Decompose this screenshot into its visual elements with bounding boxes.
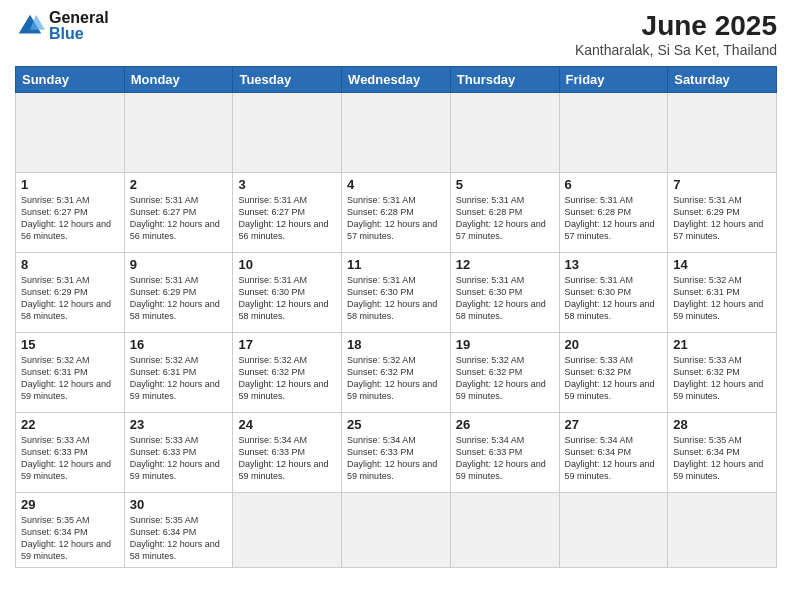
day-info: Sunrise: 5:35 AMSunset: 6:34 PMDaylight:… (21, 514, 119, 563)
day-number: 26 (456, 417, 554, 432)
table-row: 10Sunrise: 5:31 AMSunset: 6:30 PMDayligh… (233, 253, 342, 333)
day-number: 20 (565, 337, 663, 352)
day-info: Sunrise: 5:34 AMSunset: 6:33 PMDaylight:… (456, 434, 554, 483)
table-row: 20Sunrise: 5:33 AMSunset: 6:32 PMDayligh… (559, 333, 668, 413)
day-info: Sunrise: 5:31 AMSunset: 6:27 PMDaylight:… (130, 194, 228, 243)
page: General Blue June 2025 Kantharalak, Si S… (0, 0, 792, 612)
day-info: Sunrise: 5:31 AMSunset: 6:28 PMDaylight:… (565, 194, 663, 243)
calendar-body: 1Sunrise: 5:31 AMSunset: 6:27 PMDaylight… (16, 93, 777, 568)
day-info: Sunrise: 5:33 AMSunset: 6:32 PMDaylight:… (565, 354, 663, 403)
table-row: 15Sunrise: 5:32 AMSunset: 6:31 PMDayligh… (16, 333, 125, 413)
table-row: 14Sunrise: 5:32 AMSunset: 6:31 PMDayligh… (668, 253, 777, 333)
header-tuesday: Tuesday (233, 67, 342, 93)
table-row: 1Sunrise: 5:31 AMSunset: 6:27 PMDaylight… (16, 173, 125, 253)
day-number: 21 (673, 337, 771, 352)
table-row: 30Sunrise: 5:35 AMSunset: 6:34 PMDayligh… (124, 493, 233, 568)
day-number: 23 (130, 417, 228, 432)
title-section: June 2025 Kantharalak, Si Sa Ket, Thaila… (575, 10, 777, 58)
table-row: 22Sunrise: 5:33 AMSunset: 6:33 PMDayligh… (16, 413, 125, 493)
day-info: Sunrise: 5:31 AMSunset: 6:29 PMDaylight:… (673, 194, 771, 243)
day-info: Sunrise: 5:31 AMSunset: 6:29 PMDaylight:… (21, 274, 119, 323)
day-number: 6 (565, 177, 663, 192)
table-row: 4Sunrise: 5:31 AMSunset: 6:28 PMDaylight… (342, 173, 451, 253)
day-number: 17 (238, 337, 336, 352)
day-number: 3 (238, 177, 336, 192)
day-number: 8 (21, 257, 119, 272)
day-info: Sunrise: 5:34 AMSunset: 6:34 PMDaylight:… (565, 434, 663, 483)
day-number: 19 (456, 337, 554, 352)
day-info: Sunrise: 5:32 AMSunset: 6:31 PMDaylight:… (673, 274, 771, 323)
table-row: 26Sunrise: 5:34 AMSunset: 6:33 PMDayligh… (450, 413, 559, 493)
day-info: Sunrise: 5:31 AMSunset: 6:29 PMDaylight:… (130, 274, 228, 323)
day-number: 7 (673, 177, 771, 192)
table-row (668, 493, 777, 568)
day-info: Sunrise: 5:32 AMSunset: 6:32 PMDaylight:… (456, 354, 554, 403)
logo-general: General (49, 10, 109, 26)
month-title: June 2025 (575, 10, 777, 42)
table-row: 3Sunrise: 5:31 AMSunset: 6:27 PMDaylight… (233, 173, 342, 253)
header-friday: Friday (559, 67, 668, 93)
day-number: 15 (21, 337, 119, 352)
day-number: 5 (456, 177, 554, 192)
day-number: 29 (21, 497, 119, 512)
header-saturday: Saturday (668, 67, 777, 93)
table-row: 6Sunrise: 5:31 AMSunset: 6:28 PMDaylight… (559, 173, 668, 253)
table-row: 11Sunrise: 5:31 AMSunset: 6:30 PMDayligh… (342, 253, 451, 333)
table-row: 23Sunrise: 5:33 AMSunset: 6:33 PMDayligh… (124, 413, 233, 493)
table-row: 18Sunrise: 5:32 AMSunset: 6:32 PMDayligh… (342, 333, 451, 413)
day-info: Sunrise: 5:33 AMSunset: 6:33 PMDaylight:… (130, 434, 228, 483)
day-number: 24 (238, 417, 336, 432)
table-row (559, 93, 668, 173)
day-info: Sunrise: 5:31 AMSunset: 6:30 PMDaylight:… (238, 274, 336, 323)
table-row (450, 493, 559, 568)
table-row (559, 493, 668, 568)
table-row: 5Sunrise: 5:31 AMSunset: 6:28 PMDaylight… (450, 173, 559, 253)
day-info: Sunrise: 5:32 AMSunset: 6:31 PMDaylight:… (21, 354, 119, 403)
day-number: 1 (21, 177, 119, 192)
table-row (342, 493, 451, 568)
day-info: Sunrise: 5:31 AMSunset: 6:28 PMDaylight:… (347, 194, 445, 243)
header-monday: Monday (124, 67, 233, 93)
header-thursday: Thursday (450, 67, 559, 93)
table-row: 13Sunrise: 5:31 AMSunset: 6:30 PMDayligh… (559, 253, 668, 333)
table-row (450, 93, 559, 173)
header: General Blue June 2025 Kantharalak, Si S… (15, 10, 777, 58)
header-row: Sunday Monday Tuesday Wednesday Thursday… (16, 67, 777, 93)
day-number: 4 (347, 177, 445, 192)
table-row: 21Sunrise: 5:33 AMSunset: 6:32 PMDayligh… (668, 333, 777, 413)
table-row: 17Sunrise: 5:32 AMSunset: 6:32 PMDayligh… (233, 333, 342, 413)
day-info: Sunrise: 5:31 AMSunset: 6:27 PMDaylight:… (238, 194, 336, 243)
day-number: 14 (673, 257, 771, 272)
day-info: Sunrise: 5:32 AMSunset: 6:32 PMDaylight:… (238, 354, 336, 403)
table-row: 7Sunrise: 5:31 AMSunset: 6:29 PMDaylight… (668, 173, 777, 253)
table-row (124, 93, 233, 173)
table-row: 8Sunrise: 5:31 AMSunset: 6:29 PMDaylight… (16, 253, 125, 333)
table-row: 29Sunrise: 5:35 AMSunset: 6:34 PMDayligh… (16, 493, 125, 568)
day-info: Sunrise: 5:31 AMSunset: 6:30 PMDaylight:… (565, 274, 663, 323)
day-number: 10 (238, 257, 336, 272)
location: Kantharalak, Si Sa Ket, Thailand (575, 42, 777, 58)
table-row (233, 493, 342, 568)
table-row: 27Sunrise: 5:34 AMSunset: 6:34 PMDayligh… (559, 413, 668, 493)
calendar-header: Sunday Monday Tuesday Wednesday Thursday… (16, 67, 777, 93)
day-info: Sunrise: 5:33 AMSunset: 6:32 PMDaylight:… (673, 354, 771, 403)
logo-text: General Blue (49, 10, 109, 42)
day-number: 18 (347, 337, 445, 352)
day-number: 11 (347, 257, 445, 272)
day-info: Sunrise: 5:32 AMSunset: 6:31 PMDaylight:… (130, 354, 228, 403)
day-info: Sunrise: 5:31 AMSunset: 6:30 PMDaylight:… (456, 274, 554, 323)
table-row (668, 93, 777, 173)
day-info: Sunrise: 5:32 AMSunset: 6:32 PMDaylight:… (347, 354, 445, 403)
day-number: 27 (565, 417, 663, 432)
day-number: 25 (347, 417, 445, 432)
day-number: 30 (130, 497, 228, 512)
day-number: 2 (130, 177, 228, 192)
day-info: Sunrise: 5:34 AMSunset: 6:33 PMDaylight:… (238, 434, 336, 483)
table-row: 16Sunrise: 5:32 AMSunset: 6:31 PMDayligh… (124, 333, 233, 413)
table-row: 2Sunrise: 5:31 AMSunset: 6:27 PMDaylight… (124, 173, 233, 253)
table-row (233, 93, 342, 173)
calendar: Sunday Monday Tuesday Wednesday Thursday… (15, 66, 777, 568)
table-row: 9Sunrise: 5:31 AMSunset: 6:29 PMDaylight… (124, 253, 233, 333)
header-sunday: Sunday (16, 67, 125, 93)
day-info: Sunrise: 5:33 AMSunset: 6:33 PMDaylight:… (21, 434, 119, 483)
